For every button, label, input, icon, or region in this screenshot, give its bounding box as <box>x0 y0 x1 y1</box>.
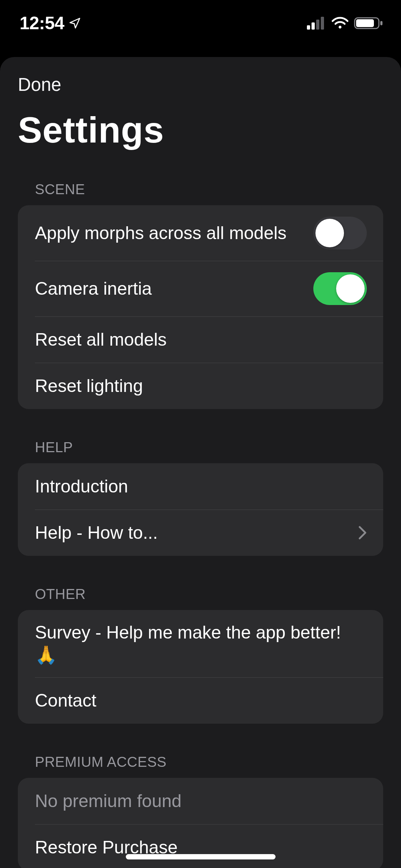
help-howto-label: Help - How to... <box>35 522 348 544</box>
camera-inertia-label: Camera inertia <box>35 278 303 300</box>
scene-group: Apply morphs across all models Camera in… <box>18 205 383 409</box>
done-button[interactable]: Done <box>18 74 61 95</box>
status-bar: 12:54 <box>0 0 401 46</box>
section-header-scene: SCENE <box>18 181 383 197</box>
reset-models-label: Reset all models <box>35 329 367 351</box>
section-header-help: HELP <box>18 439 383 455</box>
contact-row[interactable]: Contact <box>18 677 383 724</box>
toggle-knob <box>315 219 344 247</box>
home-indicator[interactable] <box>126 854 276 859</box>
help-group: Introduction Help - How to... <box>18 463 383 556</box>
apply-morphs-toggle[interactable] <box>313 217 367 249</box>
page-title: Settings <box>0 95 401 151</box>
reset-lighting-row[interactable]: Reset lighting <box>18 363 383 409</box>
help-howto-row[interactable]: Help - How to... <box>18 510 383 556</box>
apply-morphs-label: Apply morphs across all models <box>35 222 303 244</box>
reset-models-row[interactable]: Reset all models <box>18 316 383 363</box>
apply-morphs-row[interactable]: Apply morphs across all models <box>18 205 383 261</box>
status-right <box>307 16 383 30</box>
nav-bar: Done <box>0 57 401 95</box>
wifi-icon <box>331 17 349 30</box>
introduction-label: Introduction <box>35 475 367 498</box>
introduction-row[interactable]: Introduction <box>18 463 383 510</box>
camera-inertia-toggle[interactable] <box>313 272 367 305</box>
battery-icon <box>354 16 383 30</box>
status-left: 12:54 <box>20 13 81 33</box>
location-icon <box>68 17 81 30</box>
svg-rect-5 <box>356 19 374 27</box>
settings-content: SCENE Apply morphs across all models Cam… <box>0 181 401 868</box>
reset-lighting-label: Reset lighting <box>35 375 367 397</box>
svg-rect-0 <box>307 25 310 30</box>
status-time: 12:54 <box>20 13 64 33</box>
other-group: Survey - Help me make the app better! 🙏 … <box>18 610 383 724</box>
svg-rect-3 <box>321 17 324 30</box>
settings-sheet: Done Settings SCENE Apply morphs across … <box>0 57 401 868</box>
contact-label: Contact <box>35 689 367 712</box>
survey-label: Survey - Help me make the app better! 🙏 <box>35 621 367 666</box>
restore-purchase-row[interactable]: Restore Purchase <box>18 824 383 868</box>
svg-rect-1 <box>312 22 315 30</box>
chevron-right-icon <box>358 526 367 540</box>
premium-status-label: No premium found <box>35 790 367 812</box>
survey-row[interactable]: Survey - Help me make the app better! 🙏 <box>18 610 383 677</box>
premium-status-row: No premium found <box>18 778 383 824</box>
svg-rect-6 <box>380 21 382 25</box>
cellular-signal-icon <box>307 17 326 30</box>
camera-inertia-row[interactable]: Camera inertia <box>18 261 383 316</box>
section-header-premium: PREMIUM ACCESS <box>18 754 383 770</box>
section-header-other: OTHER <box>18 586 383 602</box>
svg-rect-2 <box>316 20 319 30</box>
toggle-knob <box>336 274 365 303</box>
